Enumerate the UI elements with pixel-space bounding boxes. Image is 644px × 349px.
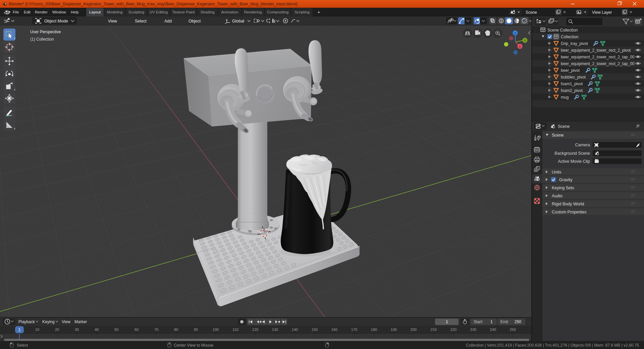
svg-text:View Layer: View Layer [592, 10, 612, 15]
svg-text:beer_equipment_2_tower_rect_2_: beer_equipment_2_tower_rect_2_tap_002_pi [561, 61, 642, 66]
svg-text:60: 60 [135, 328, 139, 332]
svg-text:Object: Object [189, 19, 201, 23]
svg-text:Rigid Body World: Rigid Body World [552, 202, 584, 206]
svg-text:130: 130 [272, 328, 278, 332]
svg-text:Background Scene: Background Scene [554, 151, 590, 156]
svg-text:Keying Sets: Keying Sets [552, 186, 574, 190]
svg-text:beer_equipment_2_tower_rect_2_: beer_equipment_2_tower_rect_2_tap_001_pi [561, 55, 642, 59]
svg-text:1: 1 [490, 319, 493, 324]
svg-text:Global: Global [232, 19, 244, 23]
svg-text:170: 170 [351, 328, 357, 332]
svg-text:Camera: Camera [575, 143, 590, 147]
svg-text:Select: Select [135, 19, 147, 23]
svg-text:Add: Add [164, 19, 172, 23]
svg-text:Start:: Start: [474, 319, 483, 324]
svg-text:210: 210 [431, 328, 437, 332]
svg-text:40: 40 [95, 328, 99, 332]
svg-text:beer_pivot: beer_pivot [561, 68, 580, 73]
svg-text:1: 1 [18, 328, 21, 332]
svg-text:beer_equipment_2_tower_rect_2_: beer_equipment_2_tower_rect_2_pivot [561, 48, 631, 53]
svg-text:Active Movie Clip: Active Movie Clip [558, 159, 590, 164]
svg-text:Playback: Playback [18, 319, 35, 324]
svg-text:Z: Z [514, 32, 516, 35]
svg-text:1: 1 [446, 319, 448, 324]
svg-text:Custom Properties: Custom Properties [552, 210, 587, 214]
svg-text:70: 70 [154, 328, 158, 332]
svg-text:90: 90 [194, 328, 198, 332]
svg-text:User Perspective: User Perspective [30, 30, 61, 34]
svg-text:foam2_pivot: foam2_pivot [561, 88, 583, 93]
svg-text:X: X [519, 45, 521, 48]
svg-text:Collection | Verts:201,419 | F: Collection | Verts:201,419 | Faces:200,6… [466, 343, 639, 348]
svg-text:50: 50 [114, 328, 118, 332]
svg-text:160: 160 [331, 328, 337, 332]
svg-text:Y: Y [524, 39, 526, 42]
svg-text:200: 200 [411, 328, 417, 332]
svg-text:110: 110 [232, 328, 238, 332]
svg-text:20: 20 [55, 328, 59, 332]
svg-text:Center View to Mouse: Center View to Mouse [174, 343, 213, 348]
svg-text:Gravity: Gravity [559, 178, 573, 182]
svg-text:250: 250 [515, 319, 521, 324]
svg-text:(1) Collection: (1) Collection [30, 37, 54, 42]
svg-text:140: 140 [292, 328, 298, 332]
svg-text:250: 250 [510, 328, 516, 332]
svg-text:Scene: Scene [526, 10, 537, 15]
svg-text:30: 30 [75, 328, 79, 332]
svg-text:220: 220 [450, 328, 457, 332]
svg-text:Object Mode: Object Mode [44, 19, 68, 23]
svg-text:230: 230 [470, 328, 476, 332]
svg-text:Drip_tray_pivot: Drip_tray_pivot [561, 41, 588, 46]
svg-text:Select: Select [17, 343, 28, 348]
svg-text:foam1_pivot: foam1_pivot [561, 82, 583, 86]
svg-text:240: 240 [490, 328, 496, 332]
svg-text:Scene: Scene [558, 124, 570, 129]
svg-text:View: View [108, 19, 117, 23]
svg-text:150: 150 [312, 328, 318, 332]
svg-text:120: 120 [252, 328, 258, 332]
svg-text:Collection: Collection [561, 35, 579, 39]
svg-text:Scene: Scene [552, 133, 564, 138]
svg-text:Units: Units [552, 170, 561, 174]
svg-text:10: 10 [35, 328, 39, 332]
svg-text:Marker: Marker [74, 319, 87, 324]
svg-text:Scene Collection: Scene Collection [547, 28, 578, 33]
svg-text:180: 180 [371, 328, 377, 332]
svg-text:100: 100 [213, 328, 219, 332]
svg-text:190: 190 [391, 328, 397, 332]
svg-text:End:: End: [500, 319, 509, 324]
svg-text:View: View [62, 319, 70, 324]
svg-text:Audio: Audio [552, 194, 562, 198]
svg-text:80: 80 [174, 328, 178, 332]
svg-text:Keying: Keying [42, 319, 55, 324]
svg-text:mug: mug [561, 95, 569, 100]
svg-text:bubbles_pivot: bubbles_pivot [561, 75, 586, 80]
